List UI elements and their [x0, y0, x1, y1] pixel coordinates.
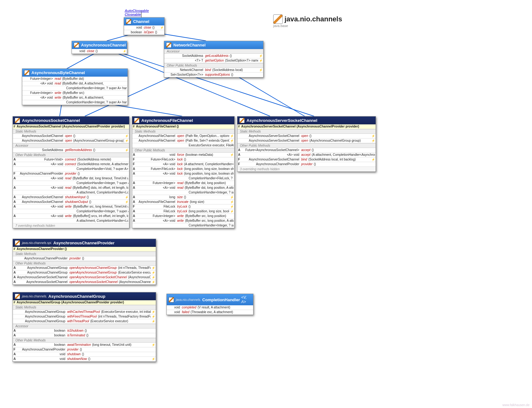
- method-row-continuation: A attachment, CompletionHandler<Long, ? …: [13, 219, 129, 223]
- method-row[interactable]: AsynchronousServerSocketChannelopen()⚡: [237, 134, 376, 139]
- method-row[interactable]: AFuture<FileLock>lock(long position, lon…: [132, 167, 234, 171]
- interface-icon: [126, 19, 131, 24]
- box-async-file-channel[interactable]: AsynchronousFileChannel #AsynchronousFil…: [132, 116, 235, 228]
- constructor-row: #AsynchronousServerSocketChannel (Asynch…: [237, 124, 376, 129]
- method-row[interactable]: FAsynchronousChannelProviderprovider(): [13, 347, 156, 352]
- method-row[interactable]: FAsynchronousServerSocketChannelbind(Soc…: [237, 157, 376, 162]
- method-row[interactable]: voidclose()⚡: [72, 49, 127, 54]
- interface-icon: [166, 42, 171, 48]
- method-row[interactable]: voidfailed(Throwable exc, A attachment): [167, 310, 253, 315]
- method-row[interactable]: voidclose()⚡: [124, 25, 164, 30]
- box-network-channel[interactable]: NetworkChannel Accessor SocketAddressget…: [164, 41, 263, 78]
- method-row[interactable]: <A> voidwrite(ByteBuffer src, A attachme…: [22, 95, 128, 100]
- method-row[interactable]: Set<SocketOption<?>>supportedOptions(): [164, 73, 263, 77]
- method-row[interactable]: AAsynchronousChannelGroupopenAsynchronou…: [13, 266, 156, 270]
- method-row[interactable]: A<A> voidread(ByteBuffer dst, long posit…: [132, 186, 234, 190]
- method-row[interactable]: FAsynchronousChannelProviderprovider(): [237, 162, 376, 167]
- method-row[interactable]: AbooleanawaitTermination(long timeout, T…: [13, 343, 156, 347]
- method-row[interactable]: AsynchronousFileChannelopen(Path file, S…: [132, 139, 234, 143]
- link-autocloseable[interactable]: AutoCloseable: [125, 9, 149, 13]
- method-row[interactable]: Alongsize()⚡: [132, 195, 234, 200]
- method-row[interactable]: AsynchronousFileChannelopen(Path file, O…: [132, 134, 234, 139]
- header-channel: Channel: [124, 18, 164, 25]
- watermark: www.falkhausen.de: [502, 403, 529, 407]
- method-row[interactable]: AvoidshutdownNow()⚡: [13, 357, 156, 362]
- method-row[interactable]: A<A> voidaccept(A attachment, Completion…: [237, 153, 376, 157]
- link-closeable[interactable]: Closeable: [125, 13, 149, 16]
- box-async-server-socket-channel[interactable]: AsynchronousServerSocketChannel #Asynchr…: [237, 116, 376, 172]
- method-row[interactable]: AsynchronousServerSocketChannelopen(Asyn…: [237, 139, 376, 143]
- header-async-channel-group: java.nio.channels. AsynchronousChannelGr…: [13, 292, 156, 300]
- method-row[interactable]: AAsynchronousFileChanneltruncate(long si…: [132, 200, 234, 204]
- method-row[interactable]: AFuture<Integer>write(ByteBuffer src, lo…: [132, 214, 234, 219]
- method-row-continuation: CompletionHandler<Void, ? super A> handl…: [13, 167, 129, 171]
- method-row-continuation: CompletionHandler<FileLock, ? super A> h…: [132, 176, 234, 181]
- method-row[interactable]: A<A> voidlock(long position, long size, …: [132, 171, 234, 176]
- method-row[interactable]: <T> Tget/setOption(SocketOption<T> name)…: [164, 58, 263, 63]
- header-async-channel-provider: java.nio.channels.spi. AsynchronousChann…: [13, 239, 156, 247]
- method-row[interactable]: AsynchronousSocketChannelopen(Asynchrono…: [13, 139, 129, 143]
- method-row[interactable]: FAsynchronousChannelProviderprovider(): [13, 171, 129, 176]
- method-row[interactable]: AFuture<AsynchronousSocketChannel>accept…: [237, 148, 376, 153]
- method-row-continuation: CompletionHandler<Integer, ? super A> ha…: [13, 209, 129, 214]
- method-row-continuation: CompletionHandler<Integer, ? super A> ha…: [13, 181, 129, 186]
- constructor-row: #AsynchronousSocketChannel (Asynchronous…: [13, 124, 129, 129]
- method-row[interactable]: booleanisOpen(): [124, 30, 164, 35]
- method-row[interactable]: A<A> voidwrite(ByteBuffer src, long time…: [13, 204, 129, 209]
- header-completion-handler: java.nio.channels. CompletionHandler <V,…: [167, 294, 253, 305]
- method-row[interactable]: A<A> voidconnect(SocketAddress remote, A…: [13, 162, 129, 167]
- class-icon: [15, 240, 20, 246]
- method-row[interactable]: AsynchronousChannelProviderprovider(): [13, 256, 156, 261]
- method-row[interactable]: AFileLocktryLock(long position, long siz…: [132, 209, 234, 214]
- box-async-byte-channel[interactable]: AsynchronousByteChannel Future<Integer>r…: [22, 68, 128, 105]
- box-completion-handler[interactable]: java.nio.channels. CompletionHandler <V,…: [166, 294, 253, 315]
- method-row[interactable]: AsynchronousSocketChannelopen()⚡: [13, 134, 129, 139]
- interface-icon: [24, 70, 30, 75]
- method-row[interactable]: SocketAddressgetRemoteAddress()⚡: [13, 148, 129, 153]
- method-row[interactable]: AAsynchronousSocketChannelshutdownOutput…: [13, 200, 129, 204]
- method-row[interactable]: AAsynchronousSocketChannelopenAsynchrono…: [13, 280, 156, 285]
- box-async-channel[interactable]: AsynchronousChannel voidclose()⚡: [72, 41, 127, 54]
- method-row[interactable]: A<A> voidread(ByteBuffer dst, long timeo…: [13, 176, 129, 181]
- method-row[interactable]: Future<Integer>read(ByteBuffer dst): [22, 77, 128, 81]
- method-row[interactable]: A<A> voidwrite(ByteBuffer src, long posi…: [132, 219, 234, 223]
- box-async-channel-group[interactable]: java.nio.channels. AsynchronousChannelGr…: [13, 292, 156, 362]
- method-row[interactable]: AFuture<Integer>read(ByteBuffer dst, lon…: [132, 181, 234, 186]
- method-row[interactable]: Avoidforce(boolean metaData)⚡: [132, 153, 234, 157]
- module-label: java.base: [273, 24, 288, 28]
- method-row[interactable]: AbooleanisShutdown(): [13, 329, 156, 333]
- method-row[interactable]: FFuture<FileLock>lock(): [132, 157, 234, 162]
- method-row[interactable]: Future<Integer>write(ByteBuffer src): [22, 91, 128, 95]
- method-row[interactable]: AsynchronousChannelGroupwithThreadPool(E…: [13, 319, 156, 324]
- method-row[interactable]: voidcompleted(V result, A attachment): [167, 305, 253, 310]
- box-channel[interactable]: Channel voidclose()⚡booleanisOpen(): [124, 17, 165, 35]
- header-async-file-channel: AsynchronousFileChannel: [132, 117, 234, 124]
- method-row[interactable]: Avoidshutdown(): [13, 352, 156, 357]
- method-row[interactable]: A<A> voidread(ByteBuffer[] dsts, int off…: [13, 186, 129, 190]
- method-row[interactable]: FFileLocktryLock()⚡: [132, 204, 234, 209]
- method-row[interactable]: AAsynchronousChannelGroupopenAsynchronou…: [13, 270, 156, 275]
- method-row-continuation: A attachment, CompletionHandler<Long, ? …: [13, 190, 129, 195]
- box-async-socket-channel[interactable]: AsynchronousSocketChannel #AsynchronousS…: [13, 116, 129, 228]
- header-network-channel: NetworkChannel: [164, 41, 263, 49]
- box-async-channel-provider[interactable]: java.nio.channels.spi. AsynchronousChann…: [13, 239, 156, 285]
- method-row[interactable]: AFuture<Void>connect(SocketAddress remot…: [13, 157, 129, 162]
- method-row[interactable]: F<A> voidlock(A attachment, CompletionHa…: [132, 162, 234, 167]
- package-icon: [273, 14, 283, 24]
- method-row[interactable]: A<A> voidwrite(ByteBuffer[] srcs, int of…: [13, 214, 129, 219]
- method-row[interactable]: AAsynchronousServerSocketChannelopenAsyn…: [13, 275, 156, 280]
- class-icon: [15, 118, 20, 123]
- method-row[interactable]: AbooleanisTerminated(): [13, 333, 156, 338]
- method-row[interactable]: AAsynchronousSocketChannelshutdownInput(…: [13, 195, 129, 200]
- method-row[interactable]: AsynchronousChannelGroupwithFixedThreadP…: [13, 314, 156, 319]
- constructor-row: #AsynchronousChannelGroup (AsynchronousC…: [13, 300, 156, 305]
- interface-icon: [169, 297, 174, 302]
- method-row-continuation: CompletionHandler<Integer, ? super A> ha…: [132, 190, 234, 195]
- class-icon: [134, 118, 139, 123]
- method-row[interactable]: AsynchronousChannelGroupwithCachedThread…: [13, 310, 156, 314]
- method-row-continuation: ExecutorService executor, FileAttribute<…: [132, 143, 234, 148]
- method-row[interactable]: NetworkChannelbind(SocketAddress local)⚡: [164, 68, 263, 73]
- method-row[interactable]: <A> voidread(ByteBuffer dst, A attachmen…: [22, 81, 128, 86]
- superinterface-links: AutoCloseable Closeable: [125, 9, 149, 16]
- method-row[interactable]: SocketAddressgetLocalAddress()⚡: [164, 54, 263, 58]
